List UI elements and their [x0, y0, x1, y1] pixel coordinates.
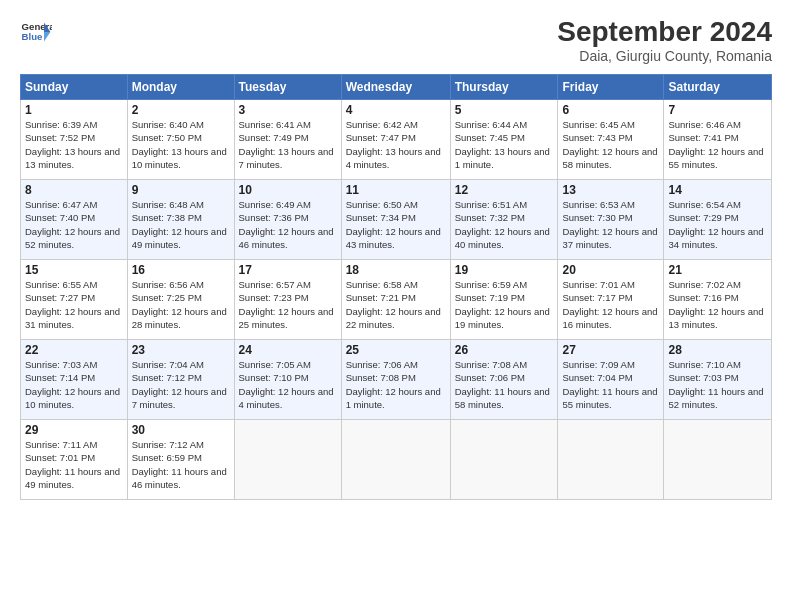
- day-info: Sunrise: 6:51 AMSunset: 7:32 PMDaylight:…: [455, 198, 554, 251]
- day-number: 29: [25, 423, 123, 437]
- calendar-cell: [234, 420, 341, 500]
- page: General Blue September 2024 Daia, Giurgi…: [0, 0, 792, 612]
- day-info: Sunrise: 6:54 AMSunset: 7:29 PMDaylight:…: [668, 198, 767, 251]
- calendar-cell: 28Sunrise: 7:10 AMSunset: 7:03 PMDayligh…: [664, 340, 772, 420]
- day-number: 21: [668, 263, 767, 277]
- day-number: 10: [239, 183, 337, 197]
- calendar-week-3: 15Sunrise: 6:55 AMSunset: 7:27 PMDayligh…: [21, 260, 772, 340]
- day-info: Sunrise: 6:59 AMSunset: 7:19 PMDaylight:…: [455, 278, 554, 331]
- calendar-header: Sunday Monday Tuesday Wednesday Thursday…: [21, 75, 772, 100]
- day-number: 2: [132, 103, 230, 117]
- day-info: Sunrise: 7:11 AMSunset: 7:01 PMDaylight:…: [25, 438, 123, 491]
- col-tuesday: Tuesday: [234, 75, 341, 100]
- calendar-cell: 17Sunrise: 6:57 AMSunset: 7:23 PMDayligh…: [234, 260, 341, 340]
- col-thursday: Thursday: [450, 75, 558, 100]
- col-friday: Friday: [558, 75, 664, 100]
- day-number: 25: [346, 343, 446, 357]
- day-info: Sunrise: 6:58 AMSunset: 7:21 PMDaylight:…: [346, 278, 446, 331]
- day-info: Sunrise: 6:56 AMSunset: 7:25 PMDaylight:…: [132, 278, 230, 331]
- title-block: September 2024 Daia, Giurgiu County, Rom…: [557, 16, 772, 64]
- day-info: Sunrise: 6:57 AMSunset: 7:23 PMDaylight:…: [239, 278, 337, 331]
- day-number: 8: [25, 183, 123, 197]
- col-wednesday: Wednesday: [341, 75, 450, 100]
- calendar-cell: 7Sunrise: 6:46 AMSunset: 7:41 PMDaylight…: [664, 100, 772, 180]
- svg-marker-3: [44, 32, 50, 42]
- day-info: Sunrise: 7:10 AMSunset: 7:03 PMDaylight:…: [668, 358, 767, 411]
- calendar-cell: 23Sunrise: 7:04 AMSunset: 7:12 PMDayligh…: [127, 340, 234, 420]
- calendar-week-2: 8Sunrise: 6:47 AMSunset: 7:40 PMDaylight…: [21, 180, 772, 260]
- calendar-cell: 18Sunrise: 6:58 AMSunset: 7:21 PMDayligh…: [341, 260, 450, 340]
- logo: General Blue: [20, 16, 52, 48]
- day-info: Sunrise: 7:02 AMSunset: 7:16 PMDaylight:…: [668, 278, 767, 331]
- day-info: Sunrise: 6:55 AMSunset: 7:27 PMDaylight:…: [25, 278, 123, 331]
- calendar-cell: 13Sunrise: 6:53 AMSunset: 7:30 PMDayligh…: [558, 180, 664, 260]
- calendar-cell: 24Sunrise: 7:05 AMSunset: 7:10 PMDayligh…: [234, 340, 341, 420]
- day-number: 17: [239, 263, 337, 277]
- calendar-cell: 20Sunrise: 7:01 AMSunset: 7:17 PMDayligh…: [558, 260, 664, 340]
- day-number: 23: [132, 343, 230, 357]
- calendar-cell: 6Sunrise: 6:45 AMSunset: 7:43 PMDaylight…: [558, 100, 664, 180]
- day-number: 24: [239, 343, 337, 357]
- calendar-cell: 27Sunrise: 7:09 AMSunset: 7:04 PMDayligh…: [558, 340, 664, 420]
- day-info: Sunrise: 7:05 AMSunset: 7:10 PMDaylight:…: [239, 358, 337, 411]
- subtitle: Daia, Giurgiu County, Romania: [557, 48, 772, 64]
- day-info: Sunrise: 6:42 AMSunset: 7:47 PMDaylight:…: [346, 118, 446, 171]
- calendar-cell: [450, 420, 558, 500]
- col-monday: Monday: [127, 75, 234, 100]
- calendar-cell: 15Sunrise: 6:55 AMSunset: 7:27 PMDayligh…: [21, 260, 128, 340]
- day-info: Sunrise: 6:46 AMSunset: 7:41 PMDaylight:…: [668, 118, 767, 171]
- day-number: 30: [132, 423, 230, 437]
- calendar-cell: 11Sunrise: 6:50 AMSunset: 7:34 PMDayligh…: [341, 180, 450, 260]
- calendar-table: Sunday Monday Tuesday Wednesday Thursday…: [20, 74, 772, 500]
- day-number: 26: [455, 343, 554, 357]
- calendar-cell: 30Sunrise: 7:12 AMSunset: 6:59 PMDayligh…: [127, 420, 234, 500]
- svg-text:Blue: Blue: [22, 31, 43, 42]
- calendar-cell: [664, 420, 772, 500]
- day-info: Sunrise: 6:53 AMSunset: 7:30 PMDaylight:…: [562, 198, 659, 251]
- calendar-cell: [341, 420, 450, 500]
- day-number: 22: [25, 343, 123, 357]
- day-number: 9: [132, 183, 230, 197]
- calendar-cell: 5Sunrise: 6:44 AMSunset: 7:45 PMDaylight…: [450, 100, 558, 180]
- calendar-cell: 12Sunrise: 6:51 AMSunset: 7:32 PMDayligh…: [450, 180, 558, 260]
- day-number: 14: [668, 183, 767, 197]
- day-number: 1: [25, 103, 123, 117]
- calendar-week-5: 29Sunrise: 7:11 AMSunset: 7:01 PMDayligh…: [21, 420, 772, 500]
- day-info: Sunrise: 6:40 AMSunset: 7:50 PMDaylight:…: [132, 118, 230, 171]
- day-number: 15: [25, 263, 123, 277]
- day-number: 20: [562, 263, 659, 277]
- calendar-cell: 22Sunrise: 7:03 AMSunset: 7:14 PMDayligh…: [21, 340, 128, 420]
- logo-icon: General Blue: [20, 16, 52, 48]
- day-number: 27: [562, 343, 659, 357]
- day-info: Sunrise: 6:50 AMSunset: 7:34 PMDaylight:…: [346, 198, 446, 251]
- header-row: Sunday Monday Tuesday Wednesday Thursday…: [21, 75, 772, 100]
- day-number: 12: [455, 183, 554, 197]
- day-info: Sunrise: 7:12 AMSunset: 6:59 PMDaylight:…: [132, 438, 230, 491]
- day-number: 7: [668, 103, 767, 117]
- calendar-cell: 10Sunrise: 6:49 AMSunset: 7:36 PMDayligh…: [234, 180, 341, 260]
- calendar-cell: 1Sunrise: 6:39 AMSunset: 7:52 PMDaylight…: [21, 100, 128, 180]
- calendar-cell: [558, 420, 664, 500]
- day-info: Sunrise: 6:48 AMSunset: 7:38 PMDaylight:…: [132, 198, 230, 251]
- col-saturday: Saturday: [664, 75, 772, 100]
- main-title: September 2024: [557, 16, 772, 48]
- day-info: Sunrise: 7:01 AMSunset: 7:17 PMDaylight:…: [562, 278, 659, 331]
- header: General Blue September 2024 Daia, Giurgi…: [20, 16, 772, 64]
- calendar-cell: 26Sunrise: 7:08 AMSunset: 7:06 PMDayligh…: [450, 340, 558, 420]
- calendar-week-1: 1Sunrise: 6:39 AMSunset: 7:52 PMDaylight…: [21, 100, 772, 180]
- day-number: 18: [346, 263, 446, 277]
- day-info: Sunrise: 6:44 AMSunset: 7:45 PMDaylight:…: [455, 118, 554, 171]
- calendar-cell: 29Sunrise: 7:11 AMSunset: 7:01 PMDayligh…: [21, 420, 128, 500]
- day-number: 11: [346, 183, 446, 197]
- day-info: Sunrise: 6:39 AMSunset: 7:52 PMDaylight:…: [25, 118, 123, 171]
- day-number: 28: [668, 343, 767, 357]
- calendar-body: 1Sunrise: 6:39 AMSunset: 7:52 PMDaylight…: [21, 100, 772, 500]
- day-number: 16: [132, 263, 230, 277]
- day-info: Sunrise: 7:03 AMSunset: 7:14 PMDaylight:…: [25, 358, 123, 411]
- calendar-cell: 19Sunrise: 6:59 AMSunset: 7:19 PMDayligh…: [450, 260, 558, 340]
- calendar-cell: 3Sunrise: 6:41 AMSunset: 7:49 PMDaylight…: [234, 100, 341, 180]
- day-info: Sunrise: 7:08 AMSunset: 7:06 PMDaylight:…: [455, 358, 554, 411]
- day-number: 19: [455, 263, 554, 277]
- calendar-cell: 14Sunrise: 6:54 AMSunset: 7:29 PMDayligh…: [664, 180, 772, 260]
- calendar-cell: 4Sunrise: 6:42 AMSunset: 7:47 PMDaylight…: [341, 100, 450, 180]
